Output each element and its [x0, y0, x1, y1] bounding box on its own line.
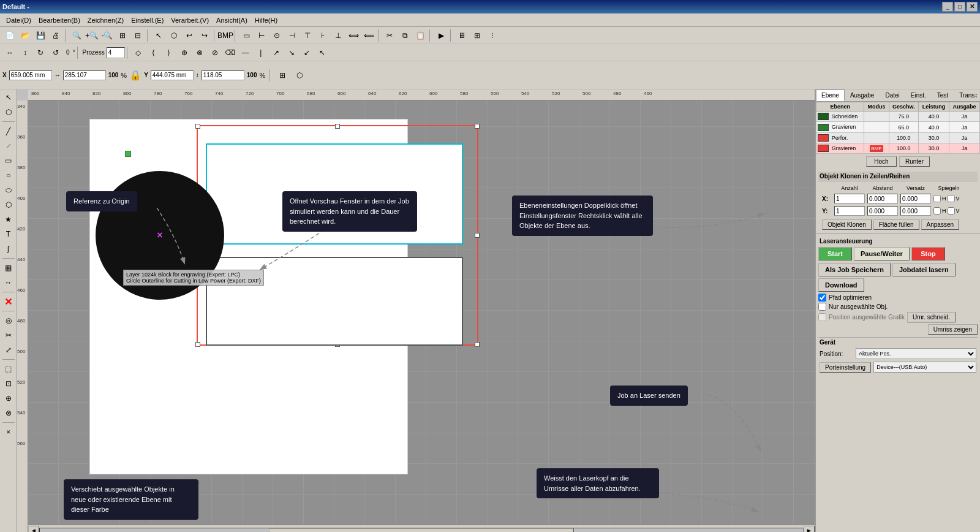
tb-sym-b[interactable]: ↘ [284, 46, 299, 59]
umriss-zeigen-btn[interactable]: Umriss zeigen [928, 324, 978, 335]
runter-button[interactable]: Runter [899, 156, 930, 167]
flache-fullen-btn[interactable]: Fläche füllen [873, 219, 919, 230]
handle-mr[interactable] [475, 233, 480, 238]
menu-bearbeiten[interactable]: Bearbeiten(B) [35, 15, 84, 25]
hoch-button[interactable]: Hoch [866, 156, 897, 167]
tb-bmp[interactable]: BMP [218, 29, 233, 42]
tb-zoom-all[interactable]: ⊟ [130, 29, 145, 42]
handle-bl[interactable] [195, 342, 200, 347]
pfad-opt-check[interactable] [818, 294, 826, 302]
tb-zoom-out[interactable]: -🔍 [100, 29, 115, 42]
tab-ausgabe[interactable]: Ausgabe [845, 89, 880, 101]
clone-y-v-check[interactable] [948, 207, 955, 215]
layer-row-3[interactable]: Gravieren BMP 100.0 30.0 Ja [816, 143, 980, 154]
layer-row-1[interactable]: Gravieren 65.0 40.0 Ja [816, 122, 980, 132]
lt-line[interactable]: ╱ [2, 124, 15, 138]
maximize-button[interactable]: □ [954, 2, 965, 12]
prozess-input[interactable] [107, 47, 125, 58]
clone-x-h-check[interactable] [933, 195, 941, 202]
tb-align-mid[interactable]: ⊦ [315, 29, 330, 42]
tb-node[interactable]: ⬡ [167, 29, 181, 42]
handle-tl[interactable] [195, 124, 200, 129]
lt-hatch[interactable]: ▦ [2, 261, 15, 275]
lt-polyline[interactable]: ⟋ [2, 139, 15, 153]
lt-trim[interactable]: ✂ [2, 329, 15, 342]
porteinstellung-btn[interactable]: Porteinstellung [820, 362, 871, 373]
clone-x-anzahl[interactable] [834, 194, 865, 203]
lock-icon[interactable]: 🔒 [129, 69, 141, 81]
tb-dots[interactable]: ⁝ [485, 29, 500, 42]
jobdatei-btn[interactable]: Jobdatei lasern [892, 263, 956, 276]
tb-open[interactable]: 📂 [18, 29, 32, 42]
tb-node-c[interactable]: ⟩ [162, 46, 176, 59]
tb-weld-b[interactable]: | [254, 46, 268, 59]
clone-y-versatz[interactable] [900, 206, 931, 216]
lt-measure[interactable]: ↔ [2, 276, 15, 289]
tb-undo[interactable]: ↩ [182, 29, 197, 42]
start-button[interactable]: Start [818, 247, 852, 260]
tb-sym-d[interactable]: ↖ [315, 46, 330, 59]
tb-break[interactable]: ⌫ [223, 46, 238, 59]
aktuelle-pos-select[interactable]: Aktuelle Pos. [856, 348, 976, 359]
menu-einstell[interactable]: Einstell.(E) [127, 15, 167, 25]
close-button[interactable]: ✕ [967, 2, 978, 12]
tb-zoom-sel[interactable]: ⊞ [115, 29, 130, 42]
tb-rotate-cw[interactable]: ↻ [33, 46, 48, 59]
umr-schneid-btn[interactable]: Umr. schneid. [907, 312, 956, 322]
lt-zoom-mark[interactable]: ✕ [2, 425, 15, 439]
handle-tm[interactable] [335, 124, 340, 129]
handle-tr[interactable] [475, 124, 480, 129]
tb-grid[interactable]: ⊞ [470, 29, 484, 42]
anpassen-btn[interactable]: Anpassen [921, 219, 959, 230]
device-select[interactable]: Device---(USB:Auto) [873, 362, 976, 373]
scrollbar-thumb-h[interactable] [269, 528, 574, 533]
y-size-input[interactable] [202, 70, 244, 80]
lt-offset[interactable]: ◎ [2, 314, 15, 327]
canvas-area[interactable]: 860 840 820 800 780 760 740 720 700 680 … [17, 89, 815, 532]
lt-polygon[interactable]: ⬡ [2, 198, 15, 211]
tb-zoom-in[interactable]: +🔍 [85, 29, 99, 42]
tb-align-center[interactable]: ⊙ [270, 29, 284, 42]
layer-tbody[interactable]: Schneiden 75.0 40.0 Ja Gravieren 65.0 40… [816, 112, 980, 154]
tb-sym-c[interactable]: ↙ [300, 46, 314, 59]
lt-combine[interactable]: ⊕ [2, 392, 15, 405]
tb-rect-tool[interactable]: ▭ [239, 29, 254, 42]
position-check[interactable] [818, 313, 826, 321]
tb-select[interactable]: ↖ [151, 29, 166, 42]
tb-zoom-fit[interactable]: 🔍 [69, 29, 84, 42]
x-size-input[interactable] [63, 70, 106, 80]
lt-bezier[interactable]: ∫ [2, 242, 15, 256]
tb-node-f[interactable]: ⊘ [208, 46, 222, 59]
menu-verarbeit[interactable]: Verarbeit.(V) [167, 15, 213, 25]
als-job-btn[interactable]: Als Job Speichern [818, 263, 891, 276]
clone-x-versatz[interactable] [900, 194, 931, 203]
tb-align-right[interactable]: ⊣ [285, 29, 300, 42]
tb-preview[interactable]: ▶ [434, 29, 448, 42]
menu-zeichnen[interactable]: Zeichnen(Z) [84, 15, 127, 25]
clone-y-abstand[interactable] [867, 206, 898, 216]
h-scrollbar[interactable]: ◄ ► [28, 525, 815, 532]
tb-print[interactable]: 🖨 [48, 29, 63, 42]
pause-button[interactable]: Pause/Weiter [854, 247, 910, 260]
tb-node-d[interactable]: ⊕ [177, 46, 192, 59]
tb-node-e[interactable]: ⊗ [192, 46, 207, 59]
clone-y-h-check[interactable] [933, 207, 941, 215]
tb-copy[interactable]: ⧉ [398, 29, 412, 42]
menu-datei[interactable]: Datei(D) [2, 15, 35, 25]
menu-hilfe[interactable]: Hilfe(H) [251, 15, 281, 25]
lt-node-edit[interactable]: ⬡ [2, 105, 15, 119]
tb-snap-obj[interactable]: ⬡ [292, 69, 307, 82]
lt-select[interactable]: ↖ [2, 91, 15, 104]
tb-align-left[interactable]: ⊢ [254, 29, 269, 42]
tb-distribute-v[interactable]: ⟸ [361, 29, 376, 42]
tb-save[interactable]: 💾 [33, 29, 48, 42]
handle-br[interactable] [475, 342, 480, 347]
minimize-button[interactable]: _ [942, 2, 953, 12]
tb-paste[interactable]: 📋 [413, 29, 428, 42]
lt-ellipse[interactable]: ⬭ [2, 183, 15, 197]
layer-row-2[interactable]: Perfor. 100.0 30.0 Ja [816, 132, 980, 143]
window-controls[interactable]: _ □ ✕ [942, 2, 978, 12]
tb-align-top[interactable]: ⊤ [300, 29, 315, 42]
tab-ebene[interactable]: Ebene [816, 89, 845, 101]
y-coord-input[interactable] [151, 70, 194, 80]
